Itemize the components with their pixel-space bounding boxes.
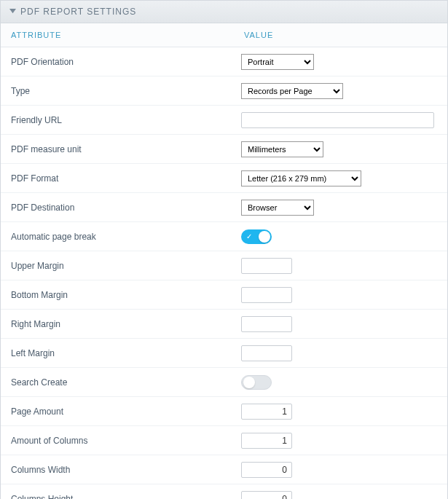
pdf-report-settings-panel: PDF REPORT SETTINGS ATTRIBUTE VALUE PDF … [0,0,448,499]
column-header-attribute: ATTRIBUTE [1,23,234,47]
select-pdf-format[interactable]: Letter (216 x 279 mm) [241,170,361,186]
check-icon: ✓ [246,232,252,242]
label-friendly-url: Friendly URL [1,108,234,133]
row-search-create: Search Create [1,368,447,397]
label-amount-of-columns: Amount of Columns [1,428,234,453]
row-pdf-measure-unit: PDF measure unit Millimeters [1,135,447,164]
label-page-amount: Page Amount [1,399,234,424]
collapse-icon [9,9,16,15]
column-header-value: VALUE [234,23,447,47]
input-columns-height[interactable] [241,491,292,499]
columns-header: ATTRIBUTE VALUE [1,23,447,47]
select-pdf-measure-unit[interactable]: Millimeters [241,141,323,157]
row-auto-page-break: Automatic page break ✓ [1,222,447,251]
row-left-margin: Left Margin [1,339,447,368]
label-columns-width: Columns Width [1,457,234,482]
toggle-search-create[interactable] [241,375,272,390]
panel-title: PDF REPORT SETTINGS [20,7,136,17]
row-pdf-orientation: PDF Orientation Portrait [1,47,447,76]
row-bottom-margin: Bottom Margin [1,280,447,310]
row-upper-margin: Upper Margin [1,251,447,280]
select-pdf-destination[interactable]: Browser [241,200,314,216]
input-left-margin[interactable] [241,345,292,361]
label-pdf-format: PDF Format [1,166,234,191]
row-friendly-url: Friendly URL [1,106,447,135]
row-page-amount: Page Amount [1,397,447,426]
input-upper-margin[interactable] [241,258,292,274]
label-left-margin: Left Margin [1,341,234,366]
input-friendly-url[interactable] [241,112,434,128]
toggle-knob [243,377,255,388]
svg-marker-0 [9,9,16,13]
row-pdf-destination: PDF Destination Browser [1,193,447,222]
input-page-amount[interactable] [241,404,292,420]
row-amount-of-columns: Amount of Columns [1,426,447,455]
label-pdf-measure-unit: PDF measure unit [1,137,234,162]
select-pdf-orientation[interactable]: Portrait [241,54,314,70]
toggle-knob [259,231,270,243]
select-type[interactable]: Records per Page [241,83,343,99]
label-auto-page-break: Automatic page break [1,224,234,249]
row-columns-width: Columns Width [1,455,447,484]
input-bottom-margin[interactable] [241,287,292,303]
input-right-margin[interactable] [241,316,292,332]
panel-header[interactable]: PDF REPORT SETTINGS [1,1,447,23]
input-columns-width[interactable] [241,462,292,478]
row-right-margin: Right Margin [1,310,447,339]
row-columns-height: Columns Height [1,484,447,499]
label-columns-height: Columns Height [1,487,234,499]
label-pdf-orientation: PDF Orientation [1,50,234,74]
row-type: Type Records per Page [1,76,447,106]
row-pdf-format: PDF Format Letter (216 x 279 mm) [1,164,447,193]
label-search-create: Search Create [1,370,234,395]
label-upper-margin: Upper Margin [1,254,234,278]
label-type: Type [1,79,234,103]
label-bottom-margin: Bottom Margin [1,283,234,307]
label-pdf-destination: PDF Destination [1,195,234,220]
label-right-margin: Right Margin [1,312,234,337]
input-amount-of-columns[interactable] [241,433,292,449]
toggle-auto-page-break[interactable]: ✓ [241,229,272,244]
